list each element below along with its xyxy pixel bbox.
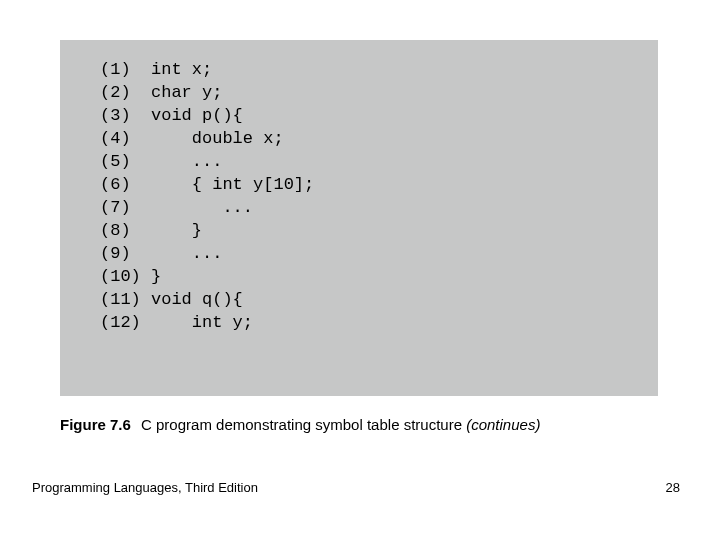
- code-line: (5) ...: [100, 150, 658, 173]
- figure-continues: (continues): [466, 416, 540, 433]
- code-line: (10) }: [100, 265, 658, 288]
- code-line: (4) double x;: [100, 127, 658, 150]
- code-line: (12) int y;: [100, 311, 658, 334]
- code-line: (8) }: [100, 219, 658, 242]
- footer-book-title: Programming Languages, Third Edition: [32, 480, 258, 495]
- figure-text: C program demonstrating symbol table str…: [141, 416, 462, 433]
- code-line: (11) void q(){: [100, 288, 658, 311]
- code-line: (7) ...: [100, 196, 658, 219]
- figure-number: Figure 7.6: [60, 416, 131, 433]
- code-line: (9) ...: [100, 242, 658, 265]
- code-line: (3) void p(){: [100, 104, 658, 127]
- code-line: (1) int x;: [100, 58, 658, 81]
- code-line: (2) char y;: [100, 81, 658, 104]
- figure-caption: Figure 7.6 C program demonstrating symbo…: [60, 416, 540, 433]
- page-number: 28: [666, 480, 680, 495]
- code-block: (1) int x; (2) char y; (3) void p(){ (4)…: [60, 40, 658, 396]
- code-line: (6) { int y[10];: [100, 173, 658, 196]
